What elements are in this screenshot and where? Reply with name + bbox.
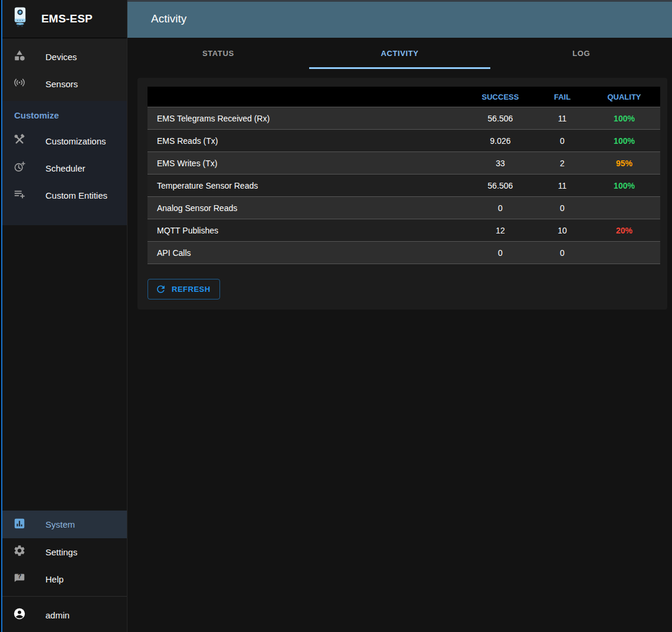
tab-log[interactable]: LOG xyxy=(490,38,672,69)
sidebar-spacer xyxy=(0,225,127,511)
sidebar-item-label: Scheduler xyxy=(45,163,86,173)
fail-value-cell: 0 xyxy=(536,203,588,213)
metric-name-cell: EMS Telegrams Received (Rx) xyxy=(147,114,464,123)
column-header-fail: FAIL xyxy=(536,93,588,101)
sidebar-section-bottom: System Settings ? Help xyxy=(0,511,127,596)
column-header-success: SUCCESS xyxy=(464,93,536,101)
sidebar-item-system[interactable]: System xyxy=(0,511,127,538)
sidebar-item-label: System xyxy=(45,519,75,529)
appbar: Activity xyxy=(127,0,672,38)
metric-name-cell: EMS Writes (Tx) xyxy=(147,159,464,168)
account-circle-icon xyxy=(13,607,26,623)
table-row: EMS Telegrams Received (Rx)56.50611100% xyxy=(147,107,660,130)
page-title: Activity xyxy=(151,12,186,25)
sidebar-item-custom-entities[interactable]: Custom Entities xyxy=(0,182,127,209)
devices-icon xyxy=(13,49,26,64)
activity-panel: SUCCESS FAIL QUALITY EMS Telegrams Recei… xyxy=(137,78,667,310)
sidebar-item-settings[interactable]: Settings xyxy=(0,538,127,565)
success-value-cell: 12 xyxy=(464,226,536,235)
success-value-cell: 0 xyxy=(464,248,536,258)
boiler-logo-icon xyxy=(8,6,32,32)
active-tab-indicator xyxy=(309,67,491,69)
sidebar-item-help[interactable]: ? Help xyxy=(0,565,127,592)
table-body: EMS Telegrams Received (Rx)56.50611100%E… xyxy=(147,107,660,264)
activity-table: SUCCESS FAIL QUALITY EMS Telegrams Recei… xyxy=(147,87,660,264)
tab-bar: STATUS ACTIVITY LOG xyxy=(127,38,672,69)
fail-value-cell: 0 xyxy=(536,248,588,258)
sensors-icon xyxy=(13,76,26,91)
sidebar-item-devices[interactable]: Devices xyxy=(0,43,127,70)
quality-value-cell: 100% xyxy=(588,114,660,123)
metric-name-cell: EMS Reads (Tx) xyxy=(147,136,464,146)
sidebar-section-customize: Customize Customizations Schedul xyxy=(0,101,127,225)
sidebar-item-label: Help xyxy=(45,574,64,584)
tools-icon xyxy=(13,133,26,149)
table-row: API Calls00 xyxy=(147,242,660,264)
window-edge-highlight xyxy=(1,0,2,632)
sidebar: EMS-ESP Devices xyxy=(0,0,127,632)
gear-icon xyxy=(13,544,26,559)
tab-activity[interactable]: ACTIVITY xyxy=(309,38,491,69)
success-value-cell: 56.506 xyxy=(464,181,536,190)
quality-value-cell: 100% xyxy=(588,181,660,190)
brand-title: EMS-ESP xyxy=(41,12,93,25)
table-row: EMS Reads (Tx)9.0260100% xyxy=(147,130,660,152)
column-header-quality: QUALITY xyxy=(588,93,660,101)
table-header-row: SUCCESS FAIL QUALITY xyxy=(147,87,660,107)
quality-value-cell: 100% xyxy=(588,136,660,146)
table-row: MQTT Publishes121020% xyxy=(147,219,660,242)
sidebar-item-scheduler[interactable]: Scheduler xyxy=(0,154,127,182)
table-row: Analog Sensor Reads00 xyxy=(147,197,660,219)
main-content: Activity STATUS ACTIVITY LOG SUCCESS FAI… xyxy=(127,0,672,632)
customize-section-header: Customize xyxy=(0,110,127,127)
refresh-button-label: REFRESH xyxy=(172,285,211,294)
sidebar-section-user: admin xyxy=(0,597,127,632)
fail-value-cell: 10 xyxy=(536,226,588,235)
bar-chart-icon xyxy=(13,517,26,532)
fail-value-cell: 2 xyxy=(536,159,588,168)
success-value-cell: 0 xyxy=(464,203,536,213)
success-value-cell: 56.506 xyxy=(464,114,536,123)
table-row: Temperature Sensor Reads56.50611100% xyxy=(147,175,660,197)
fail-value-cell: 11 xyxy=(536,181,588,190)
table-row: EMS Writes (Tx)33295% xyxy=(147,152,660,175)
sidebar-brand: EMS-ESP xyxy=(0,0,127,38)
sidebar-item-customizations[interactable]: Customizations xyxy=(0,127,127,154)
refresh-icon xyxy=(155,284,166,295)
metric-name-cell: Temperature Sensor Reads xyxy=(147,181,464,190)
metric-name-cell: API Calls xyxy=(147,248,464,258)
metric-name-cell: Analog Sensor Reads xyxy=(147,203,464,213)
fail-value-cell: 11 xyxy=(536,114,588,123)
quality-value-cell: 20% xyxy=(588,226,660,235)
quality-value-cell: 95% xyxy=(588,159,660,168)
sidebar-item-label: Sensors xyxy=(45,79,78,89)
sidebar-item-label: Devices xyxy=(45,52,77,62)
username-label: admin xyxy=(45,610,70,620)
metric-name-cell: MQTT Publishes xyxy=(147,226,464,235)
refresh-button[interactable]: REFRESH xyxy=(147,279,220,299)
scheduler-clock-icon xyxy=(13,160,26,176)
sidebar-item-sensors[interactable]: Sensors xyxy=(0,70,127,97)
sidebar-item-user-admin[interactable]: admin xyxy=(0,601,127,628)
success-value-cell: 9.026 xyxy=(464,136,536,146)
playlist-add-icon xyxy=(13,187,26,203)
help-icon: ? xyxy=(13,571,26,587)
tab-status[interactable]: STATUS xyxy=(127,38,309,69)
svg-text:?: ? xyxy=(18,572,21,580)
fail-value-cell: 0 xyxy=(536,136,588,146)
sidebar-item-label: Custom Entities xyxy=(45,190,107,200)
sidebar-section-main: Devices Sensors xyxy=(0,38,127,101)
success-value-cell: 33 xyxy=(464,159,536,168)
sidebar-item-label: Customizations xyxy=(45,136,106,146)
sidebar-item-label: Settings xyxy=(45,547,77,557)
